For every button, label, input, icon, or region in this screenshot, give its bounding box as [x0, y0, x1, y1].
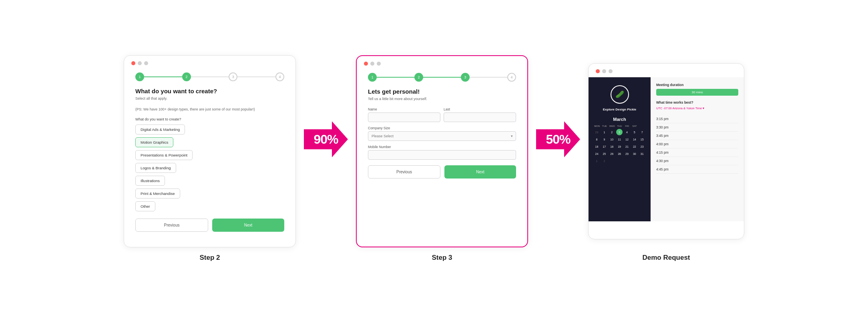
- cal-cell-16[interactable]: 16: [594, 143, 600, 150]
- step3-mobile-group: Mobile Number: [368, 145, 516, 160]
- step2-body: What do you want to create? Select all t…: [124, 88, 295, 240]
- step3-last-label: Last: [444, 107, 516, 111]
- step3-dot-2: 2: [414, 73, 423, 82]
- step3-label-container: Step 3: [356, 254, 528, 262]
- checkbox-digital-ads[interactable]: Digital Ads & Marketing: [135, 124, 185, 134]
- cal-cell-3-today[interactable]: 3: [616, 129, 623, 135]
- cal-cell-14[interactable]: 14: [631, 136, 638, 142]
- demo-duration-value[interactable]: 30 mins: [656, 89, 738, 96]
- step3-mobile-input[interactable]: [368, 150, 516, 160]
- cal-cell-17[interactable]: 17: [601, 143, 607, 150]
- demo-cal-body: 28 1 2 3 4 5 7 8 9 10 11 12 14: [594, 129, 646, 164]
- checkbox-presentations[interactable]: Presentations & Powerpoint: [135, 150, 193, 160]
- cal-cell-30[interactable]: 30: [631, 150, 638, 157]
- step3-first-name-input[interactable]: [368, 112, 440, 122]
- demo-time-400[interactable]: 4:00 pm: [656, 140, 738, 148]
- step3-name-row: Name Last: [368, 107, 516, 122]
- cal-header-thu: THU: [616, 125, 623, 127]
- cal-cell-1[interactable]: 1: [601, 129, 607, 135]
- cal-cell-11[interactable]: 11: [616, 136, 623, 142]
- demo-cal-header: MON TUE WED THU FRI SAT: [594, 125, 646, 127]
- step2-btn-row: Previous Next: [135, 219, 284, 232]
- step3-dot-1: 1: [368, 73, 377, 82]
- checkbox-motion-graphics[interactable]: Motion Graphics: [135, 137, 173, 147]
- checkbox-logos[interactable]: Logos & Branding: [135, 163, 176, 173]
- step2-label-container: Step 2: [124, 254, 296, 262]
- step3-traffic-lights: [357, 56, 527, 70]
- step-dot-3: 3: [229, 72, 237, 81]
- step2-title: What do you want to create?: [135, 88, 284, 94]
- step-dot-4: 4: [275, 72, 284, 81]
- step-line-3: [237, 76, 275, 77]
- demo-meeting-duration-label: Meeting duration: [656, 83, 738, 87]
- cal-cell-25[interactable]: 25: [601, 150, 607, 157]
- cal-header-tue: TUE: [601, 125, 608, 127]
- step3-tl-yellow: [370, 62, 374, 66]
- cal-cell-19[interactable]: 19: [616, 143, 623, 150]
- cal-cell-2[interactable]: 2: [609, 129, 615, 135]
- cal-cell-7[interactable]: 7: [639, 129, 645, 135]
- demo-time-315[interactable]: 3:15 pm: [656, 115, 738, 123]
- step3-label: Step 3: [432, 254, 452, 261]
- step3-last-name-input[interactable]: [444, 112, 516, 122]
- demo-time-label: What time works best?: [656, 100, 738, 104]
- step3-tl-red: [364, 62, 368, 66]
- cal-cell-4[interactable]: 4: [624, 129, 630, 135]
- demo-tl-red: [596, 69, 600, 73]
- cal-header-wed: WED: [609, 125, 616, 127]
- demo-logo-icon: 🥒: [615, 90, 624, 99]
- cal-cell-8[interactable]: 8: [594, 136, 600, 142]
- step3-prev-button[interactable]: Previous: [368, 165, 440, 179]
- cal-cell-22[interactable]: 22: [631, 143, 638, 150]
- cal-cell-28prev[interactable]: 28: [594, 129, 600, 135]
- cal-cell-29[interactable]: 29: [624, 150, 630, 157]
- step3-stepper: 1 2 3 4: [357, 70, 527, 88]
- cal-cell-24[interactable]: 24: [594, 150, 600, 157]
- arrow1-container: 90%: [304, 121, 348, 157]
- cal-cell-15[interactable]: 15: [639, 136, 645, 142]
- step2-next-button[interactable]: Next: [212, 219, 284, 232]
- demo-tl-green: [609, 69, 613, 73]
- demo-brand: Explore Design Pickle: [603, 108, 637, 111]
- demo-tl-yellow: [602, 69, 606, 73]
- cal-cell-23[interactable]: 23: [639, 143, 645, 150]
- step3-line-2: [423, 77, 461, 78]
- step2-section-label: What do you want to create?: [135, 117, 284, 121]
- cal-cell-21[interactable]: 21: [624, 143, 630, 150]
- cal-header-mon: MON: [594, 125, 601, 127]
- demo-split: 🥒 Explore Design Pickle March MON TUE WE…: [589, 77, 744, 221]
- step3-company-select[interactable]: Please Select 1-10 11-50 51-200 201-500 …: [368, 131, 516, 141]
- step3-btn-row: Previous Next: [368, 165, 516, 179]
- cal-cell-12[interactable]: 12: [624, 136, 630, 142]
- demo-traffic-lights: [589, 64, 744, 77]
- cal-cell-26[interactable]: 26: [609, 150, 615, 157]
- cal-cell-31[interactable]: 31: [639, 150, 645, 157]
- step2-card: 1 2 3 4 What do you want to create? Sele…: [124, 55, 296, 247]
- cal-cell-10[interactable]: 10: [609, 136, 615, 142]
- cal-cell-5[interactable]: 5: [631, 129, 638, 135]
- arrow2-container: 50%: [536, 121, 580, 157]
- demo-time-345[interactable]: 3:45 pm: [656, 132, 738, 140]
- checkbox-illustrations[interactable]: Illustrations: [135, 176, 165, 186]
- step2-checkbox-list: Digital Ads & Marketing Motion Graphics …: [135, 124, 284, 211]
- demo-time-430[interactable]: 4:30 pm: [656, 157, 738, 165]
- checkbox-print[interactable]: Print & Merchandise: [135, 189, 180, 199]
- cal-cell-9[interactable]: 9: [601, 136, 607, 142]
- cal-cell-1next[interactable]: 1: [594, 158, 600, 164]
- tl-red: [131, 61, 135, 65]
- demo-time-330[interactable]: 3:30 pm: [656, 123, 738, 132]
- cal-cell-2next[interactable]: 2: [601, 158, 607, 164]
- step3-name-label: Name: [368, 107, 440, 111]
- step-labels-row: Step 2 Step 3 Demo Request: [24, 254, 844, 262]
- step3-dot-3: 3: [461, 73, 470, 82]
- checkbox-other[interactable]: Other: [135, 201, 155, 211]
- step3-next-button[interactable]: Next: [444, 165, 516, 179]
- step3-tl-green: [377, 62, 381, 66]
- demo-time-445[interactable]: 4:45 pm: [656, 165, 738, 174]
- demo-left-panel: 🥒 Explore Design Pickle March MON TUE WE…: [589, 77, 651, 221]
- demo-time-415[interactable]: 4:15 pm: [656, 148, 738, 157]
- cal-cell-28[interactable]: 28: [616, 150, 623, 157]
- step2-prev-button[interactable]: Previous: [135, 219, 208, 232]
- cal-cell-18[interactable]: 18: [609, 143, 615, 150]
- demo-timezone[interactable]: UTC -07:00 Arizona & Yukon Time ▾: [656, 106, 738, 110]
